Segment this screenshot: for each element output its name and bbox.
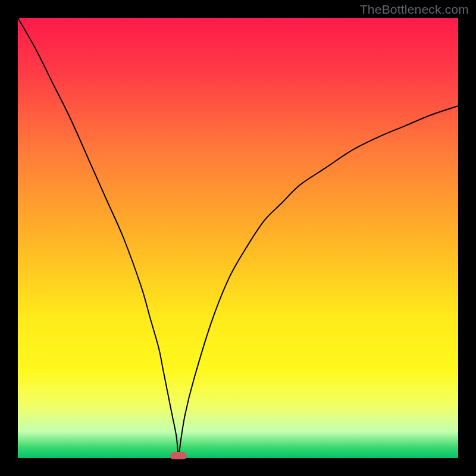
- chart-svg: [18, 18, 458, 458]
- plot-area: [18, 18, 458, 458]
- watermark-text: TheBottleneck.com: [360, 2, 469, 17]
- chart-frame: TheBottleneck.com: [0, 0, 476, 476]
- gradient-background: [18, 18, 458, 458]
- bottleneck-marker: [170, 452, 187, 459]
